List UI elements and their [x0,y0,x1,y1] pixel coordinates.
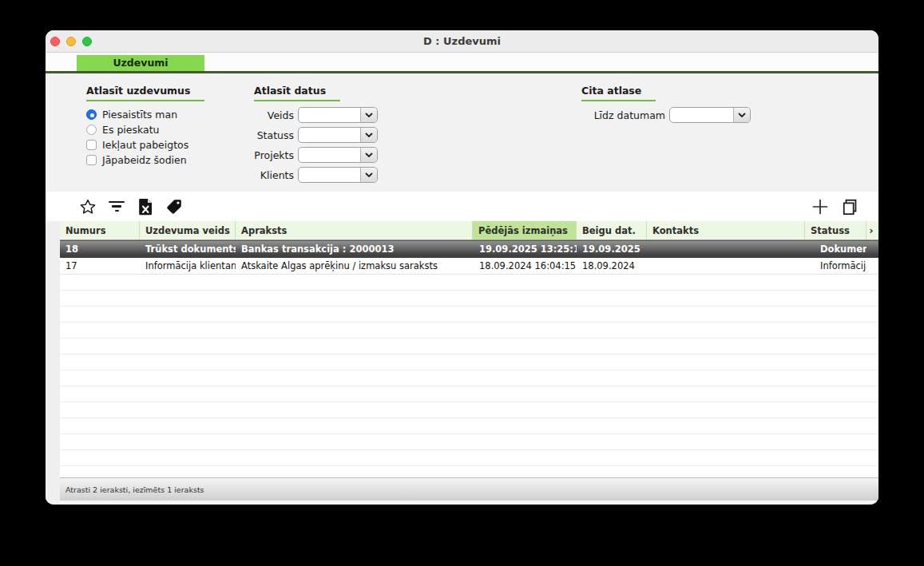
field-label: Veids [222,109,294,121]
empty-row [60,323,878,338]
section-heading-tasks: Atlasīt uzdevumus [86,85,204,101]
statusbar: Atrasti 2 ieraksti, iezīmēts 1 ieraksts [60,477,878,501]
filter-icon[interactable] [103,195,130,219]
dropdown-value [299,168,360,182]
duplicate-icon[interactable] [837,195,864,219]
section-heading-other: Cita atlase [581,85,656,101]
cell-kontakts [647,258,805,274]
checkbox-ieklaut-pabeigtos[interactable]: Iekļaut pabeigtos [86,137,188,152]
tab-bar: Uzdevumi [46,53,878,71]
dropdown-value [299,108,360,122]
projekts-dropdown[interactable] [298,147,378,163]
empty-row [60,354,878,370]
empty-row [60,291,878,307]
task-filter-options: Piesaistīts man Es pieskatu Iekļaut pabe… [86,107,188,168]
cell-beigu-dat: 18.09.2024 [577,258,647,274]
empty-row [60,386,878,402]
toolbar [46,192,878,221]
empty-row [60,466,878,477]
klients-dropdown[interactable] [298,167,378,183]
tag-icon[interactable] [161,195,188,219]
column-header-uzdevuma-veids[interactable]: Uzdevuma veids [140,221,236,239]
star-icon[interactable] [74,195,101,219]
chevron-down-icon[interactable] [360,128,377,142]
cell-kontakts [647,241,805,258]
left-gutter [46,221,60,501]
window-bottom-edge [46,501,878,505]
chevron-down-icon[interactable] [360,168,377,182]
table-header: Numurs Uzdevuma veids Apraksts Pēdējās i… [60,221,878,240]
titlebar: D : Uzdevumi [46,30,878,53]
radio-icon[interactable] [86,125,97,135]
empty-row [60,450,878,466]
record-count-text: Atrasti 2 ieraksti, iezīmēts 1 ieraksts [60,485,204,494]
column-header-apraksts[interactable]: Apraksts [236,221,473,239]
add-icon[interactable] [807,195,834,219]
radio-icon[interactable] [86,109,97,120]
cell-statuss: Informācija r [805,258,866,274]
field-label: Līdz datumam [581,109,665,121]
tasks-table: Numurs Uzdevuma veids Apraksts Pēdējās i… [60,221,878,477]
section-heading-data: Atlasīt datus [254,85,340,101]
empty-row [60,338,878,354]
app-window: D : Uzdevumi Uzdevumi Atlasīt uzdevumus … [46,30,878,505]
chevron-down-icon[interactable] [733,108,750,122]
checkbox-label: Iekļaut pabeigtos [102,139,188,151]
more-columns-indicator[interactable]: › [866,221,876,239]
cell-uzdevuma-veids: Informācija klientan [140,258,236,274]
field-label: Projekts [222,149,294,161]
column-header-pedejas-izmainas[interactable]: Pēdējās izmaiņas [473,221,577,239]
tab-uzdevumi[interactable]: Uzdevumi [77,55,204,71]
radio-piesaistits-man[interactable]: Piesaistīts man [86,107,188,122]
column-header-statuss[interactable]: Statuss [805,221,866,239]
empty-row [60,275,878,291]
radio-es-pieskatu[interactable]: Es pieskatu [86,122,188,137]
checkbox-icon[interactable] [86,140,97,150]
field-veids: Veids [222,107,378,123]
field-statuss: Statuss [222,127,378,143]
cell-apraksts: Bankas transakcija : 2000013 [236,241,473,258]
dropdown-value [670,108,733,122]
cell-numurs: 17 [60,258,140,274]
table-row[interactable]: 17 Informācija klientan Atskaite Algas a… [60,258,878,275]
cell-uzdevuma-veids: Trūkst dokuments [140,241,236,258]
field-label: Statuss [222,129,294,141]
chevron-down-icon[interactable] [360,108,377,122]
veids-dropdown[interactable] [298,107,378,123]
radio-label: Piesaistīts man [102,109,177,121]
checkbox-label: Jāpabeidz šodien [102,154,187,166]
field-lidz-datumam: Līdz datumam [581,107,751,123]
cell-numurs: 18 [60,241,140,258]
empty-row [60,434,878,450]
empty-rows-area [60,275,878,477]
filter-panel: Atlasīt uzdevumus Atlasīt datus Cita atl… [46,73,878,192]
checkbox-icon[interactable] [86,155,97,165]
table-row-selected[interactable]: 18 Trūkst dokuments Bankas transakcija :… [60,240,878,258]
column-header-beigu-dat[interactable]: Beigu dat. [577,221,647,239]
cell-apraksts: Atskaite Algas aprēķinu / izmaksu saraks… [236,258,473,274]
cell-pedejas-izmainas: 19.09.2025 13:25:18 [473,241,577,258]
field-projekts: Projekts [222,147,378,163]
cell-statuss: Dokuments [805,241,866,258]
empty-row [60,307,878,323]
empty-row [60,418,878,434]
empty-row [60,370,878,386]
radio-label: Es pieskatu [102,124,160,136]
cell-pedejas-izmainas: 18.09.2024 16:04:15 [473,258,577,274]
dropdown-value [299,148,360,162]
checkbox-japabeidz-sodien[interactable]: Jāpabeidz šodien [86,152,188,168]
chevron-down-icon[interactable] [360,148,377,162]
window-title: D : Uzdevumi [46,30,878,53]
cell-beigu-dat: 19.09.2025 [577,241,647,258]
column-header-numurs[interactable]: Numurs [60,221,140,239]
excel-export-icon[interactable] [132,195,159,219]
field-klients: Klients [222,167,378,183]
empty-row [60,402,878,418]
statuss-dropdown[interactable] [298,127,378,143]
column-header-kontakts[interactable]: Kontakts [647,221,805,239]
field-label: Klients [222,169,294,181]
dropdown-value [299,128,360,142]
lidz-datumam-dropdown[interactable] [669,107,751,123]
